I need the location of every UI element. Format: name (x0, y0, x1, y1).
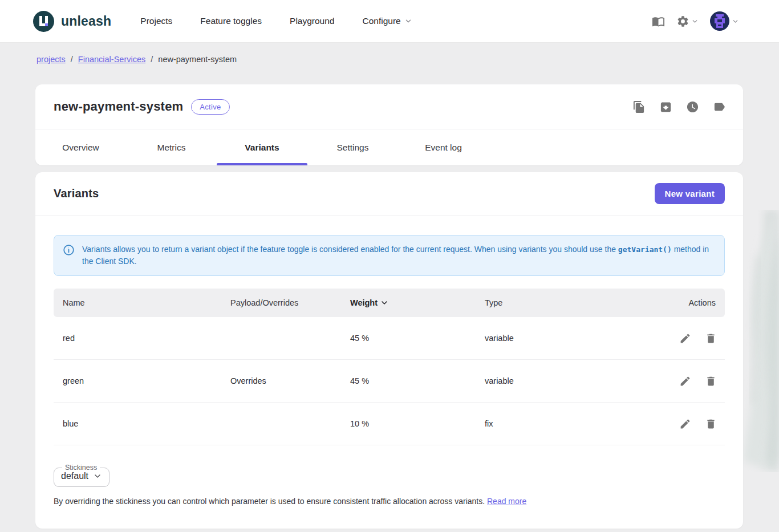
nav-playground[interactable]: Playground (290, 16, 334, 26)
edit-variant-icon[interactable] (679, 332, 691, 344)
copy-feature-icon[interactable] (632, 100, 646, 113)
new-variant-button[interactable]: New variant (655, 183, 725, 204)
chevron-down-icon (732, 18, 739, 25)
variant-weight: 10 % (341, 419, 476, 428)
variant-weight: 45 % (341, 334, 476, 343)
feature-header-card: new-payment-system Active Overview Metri… (35, 84, 743, 165)
stickiness-helper-text: By overriding the stickiness you can con… (54, 497, 725, 506)
settings-gear-menu[interactable] (676, 15, 699, 28)
appbar-right (652, 11, 739, 31)
variants-card: Variants New variant Variants allows you… (35, 172, 743, 529)
col-header-type: Type (476, 298, 652, 307)
nav-projects[interactable]: Projects (140, 16, 172, 26)
chevron-down-icon (404, 17, 412, 25)
tag-icon[interactable] (713, 100, 726, 113)
table-row: red 45 % variable (54, 317, 725, 360)
edit-variant-icon[interactable] (679, 418, 691, 430)
tab-settings[interactable]: Settings (307, 129, 398, 165)
variant-payload: Overrides (221, 376, 341, 385)
chevron-down-icon (93, 472, 102, 481)
variant-type: variable (476, 334, 652, 343)
breadcrumb-separator: / (151, 55, 153, 64)
table-row: green Overrides 45 % variable (54, 360, 725, 403)
status-badge: Active (191, 99, 229, 115)
tab-variants[interactable]: Variants (217, 129, 307, 165)
nav-configure[interactable]: Configure (362, 16, 412, 26)
helper-text: By overriding the stickiness you can con… (54, 497, 487, 506)
main-nav: Projects Feature toggles Playground Conf… (140, 16, 412, 26)
col-header-payload-overrides: Payload/Overrides (221, 298, 341, 307)
feature-tabs: Overview Metrics Variants Settings Event… (35, 129, 743, 165)
variant-type: variable (476, 376, 652, 385)
brand-name: unleash (61, 14, 111, 29)
weight-sort-icon (380, 298, 389, 307)
tab-event-log[interactable]: Event log (398, 129, 489, 165)
app-header: unleash Projects Feature toggles Playgro… (0, 0, 779, 43)
variants-table: Name Payload/Overrides Weight Type Actio… (54, 289, 725, 445)
tab-metrics[interactable]: Metrics (126, 129, 217, 165)
col-header-name: Name (54, 298, 221, 307)
read-more-link[interactable]: Read more (487, 497, 526, 506)
chevron-down-icon (691, 18, 699, 25)
avatar (710, 11, 729, 31)
variant-name: green (54, 376, 221, 385)
variant-weight: 45 % (341, 376, 476, 385)
alert-text-part1: Variants allows you to return a variant … (82, 245, 618, 254)
user-menu[interactable] (710, 11, 739, 31)
delete-variant-icon[interactable] (705, 418, 717, 430)
stickiness-value: default (61, 471, 88, 481)
breadcrumb: projects / Financial-Services / new-paym… (35, 43, 743, 64)
delete-variant-icon[interactable] (705, 332, 717, 344)
stickiness-label: Stickiness (62, 464, 100, 472)
breadcrumb-separator: / (71, 55, 73, 64)
breadcrumb-projects[interactable]: projects (36, 55, 66, 64)
weight-header-label: Weight (350, 298, 378, 307)
col-header-actions: Actions (652, 298, 725, 307)
archive-feature-icon[interactable] (659, 100, 672, 113)
table-header-row: Name Payload/Overrides Weight Type Actio… (54, 289, 725, 317)
breadcrumb-current: new-payment-system (158, 55, 237, 64)
stickiness-select[interactable]: Stickiness default (54, 464, 109, 487)
alert-text: Variants allows you to return a variant … (82, 243, 715, 267)
table-row: blue 10 % fix (54, 403, 725, 445)
gear-icon (676, 15, 689, 28)
breadcrumb-project[interactable]: Financial-Services (78, 55, 145, 64)
delete-variant-icon[interactable] (705, 375, 717, 387)
unleash-logo[interactable]: unleash (33, 11, 111, 32)
nav-feature-toggles[interactable]: Feature toggles (200, 16, 262, 26)
feature-title: new-payment-system (54, 99, 183, 114)
alert-code: getVariant() (618, 245, 672, 254)
variants-section-title: Variants (54, 187, 99, 200)
variant-type: fix (476, 419, 652, 428)
variants-info-alert: Variants allows you to return a variant … (54, 235, 725, 276)
info-icon (63, 244, 75, 256)
variant-name: blue (54, 419, 221, 428)
stale-clock-icon[interactable] (686, 100, 699, 113)
unleash-logo-icon (33, 11, 54, 32)
col-header-weight[interactable]: Weight (341, 298, 476, 307)
tab-overview[interactable]: Overview (35, 129, 126, 165)
nav-configure-label: Configure (362, 16, 400, 26)
documentation-book-icon[interactable] (652, 15, 665, 28)
edit-variant-icon[interactable] (679, 375, 691, 387)
variant-name: red (54, 334, 221, 343)
